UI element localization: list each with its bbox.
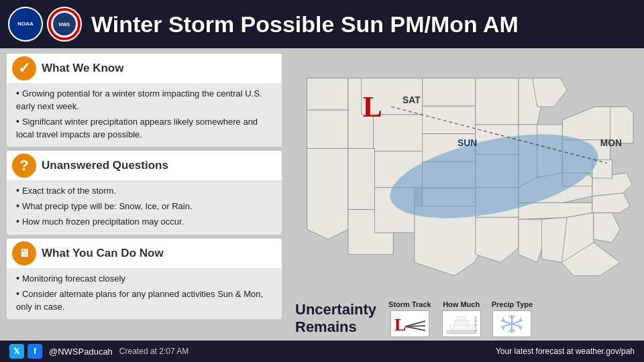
question-icon: ? bbox=[12, 154, 36, 178]
svg-rect-54 bbox=[450, 325, 473, 330]
svg-rect-56 bbox=[458, 316, 466, 320]
what-we-know-header: ✓ What We Know bbox=[7, 54, 282, 83]
how-much-icon-box bbox=[442, 310, 481, 337]
svg-rect-2 bbox=[307, 110, 348, 148]
svg-rect-55 bbox=[454, 320, 469, 325]
footer-handle: @NWSPaducah bbox=[49, 347, 113, 357]
what-you-can-do-title: What You Can Do Now bbox=[42, 247, 164, 260]
unanswered-header: ? Unanswered Questions bbox=[7, 151, 282, 180]
unanswered-body: Exact track of the storm. What precip ty… bbox=[7, 180, 282, 235]
footer-left: 𝕏 f @NWSPaducah Created at 2:07 AM bbox=[9, 344, 189, 359]
what-you-can-do-body: Monitoring forecast closely Consider alt… bbox=[7, 268, 282, 320]
svg-marker-36 bbox=[592, 193, 630, 213]
unanswered-section: ? Unanswered Questions Exact track of th… bbox=[7, 151, 282, 235]
unanswered-bullet-2: What precip type will be: Snow, Ice, or … bbox=[16, 199, 275, 213]
footer-created: Created at 2:07 AM bbox=[119, 347, 189, 356]
left-panel: ✓ What We Know Growing potential for a w… bbox=[0, 48, 288, 341]
svg-rect-9 bbox=[348, 148, 375, 209]
svg-marker-3 bbox=[307, 148, 348, 239]
social-icons: 𝕏 f bbox=[9, 344, 42, 359]
main-content: ✓ What We Know Growing potential for a w… bbox=[0, 48, 644, 341]
main-container: NOAA NWS Winter Storm Possible Sun PM/Mo… bbox=[0, 0, 644, 362]
how-much-label: How Much bbox=[443, 300, 480, 308]
storm-track-item: Storm Track L bbox=[388, 300, 431, 337]
what-you-can-do-section: 🖥 What You Can Do Now Monitoring forecas… bbox=[7, 239, 282, 320]
precip-type-icon-box bbox=[492, 310, 531, 337]
what-we-know-bullet-1: Growing potential for a winter storm imp… bbox=[16, 86, 275, 113]
svg-text:MON: MON bbox=[600, 137, 622, 148]
how-much-svg bbox=[443, 312, 480, 336]
svg-line-51 bbox=[405, 326, 425, 330]
svg-text:L: L bbox=[394, 315, 406, 335]
footer: 𝕏 f @NWSPaducah Created at 2:07 AM Your … bbox=[0, 341, 644, 362]
svg-rect-12 bbox=[423, 78, 476, 107]
svg-line-52 bbox=[405, 326, 425, 326]
unanswered-title: Unanswered Questions bbox=[42, 159, 168, 172]
storm-track-icon-box: L bbox=[390, 310, 429, 337]
facebook-icon[interactable]: f bbox=[28, 344, 42, 359]
uncertainty-text: UncertaintyRemains bbox=[295, 301, 376, 337]
how-much-item: How Much bbox=[442, 300, 481, 337]
unanswered-bullet-1: Exact track of the storm. bbox=[16, 184, 275, 198]
what-we-know-body: Growing potential for a winter storm imp… bbox=[7, 83, 282, 147]
nws-logo: NWS bbox=[47, 7, 82, 42]
noaa-logo: NOAA bbox=[8, 7, 43, 42]
storm-track-svg: L bbox=[392, 312, 428, 336]
footer-website: Your latest forecast at weather.gov/pah bbox=[496, 347, 635, 356]
right-panel: SAT SUN MON L UncertaintyRemains Storm T… bbox=[288, 48, 644, 341]
precip-type-label: Precip Type bbox=[492, 300, 533, 308]
svg-rect-13 bbox=[423, 106, 476, 134]
logos: NOAA NWS bbox=[8, 7, 82, 42]
checkmark-icon: ✓ bbox=[12, 56, 36, 80]
uncertainty-section: UncertaintyRemains Storm Track L bbox=[288, 294, 640, 341]
header: NOAA NWS Winter Storm Possible Sun PM/Mo… bbox=[0, 0, 644, 48]
monitor-icon: 🖥 bbox=[12, 241, 36, 265]
what-we-know-section: ✓ What We Know Growing potential for a w… bbox=[7, 54, 282, 147]
svg-text:SAT: SAT bbox=[402, 95, 421, 105]
what-we-know-bullet-2: Significant winter precipitation appears… bbox=[16, 115, 275, 141]
svg-rect-53 bbox=[447, 330, 476, 334]
svg-text:SUN: SUN bbox=[458, 137, 477, 148]
storm-track-label: Storm Track bbox=[388, 300, 431, 308]
header-title: Winter Storm Possible Sun PM/Mon AM bbox=[91, 11, 519, 38]
svg-rect-1 bbox=[307, 78, 348, 110]
map-container: SAT SUN MON L bbox=[288, 52, 640, 294]
what-we-know-title: What We Know bbox=[42, 62, 123, 75]
what-you-can-do-bullet-2: Consider alternate plans for any planned… bbox=[16, 287, 275, 314]
us-map: SAT SUN MON L bbox=[288, 52, 640, 294]
svg-text:L: L bbox=[363, 90, 382, 123]
what-you-can-do-header: 🖥 What You Can Do Now bbox=[7, 239, 282, 268]
twitter-icon[interactable]: 𝕏 bbox=[9, 344, 24, 359]
precip-type-svg bbox=[494, 312, 530, 336]
unanswered-bullet-3: How much frozen precipitation may occur. bbox=[16, 215, 275, 229]
svg-rect-19 bbox=[476, 78, 519, 125]
what-you-can-do-bullet-1: Monitoring forecast closely bbox=[16, 272, 275, 286]
precip-type-item: Precip Type bbox=[492, 300, 533, 337]
nws-inner: NWS bbox=[51, 11, 78, 38]
